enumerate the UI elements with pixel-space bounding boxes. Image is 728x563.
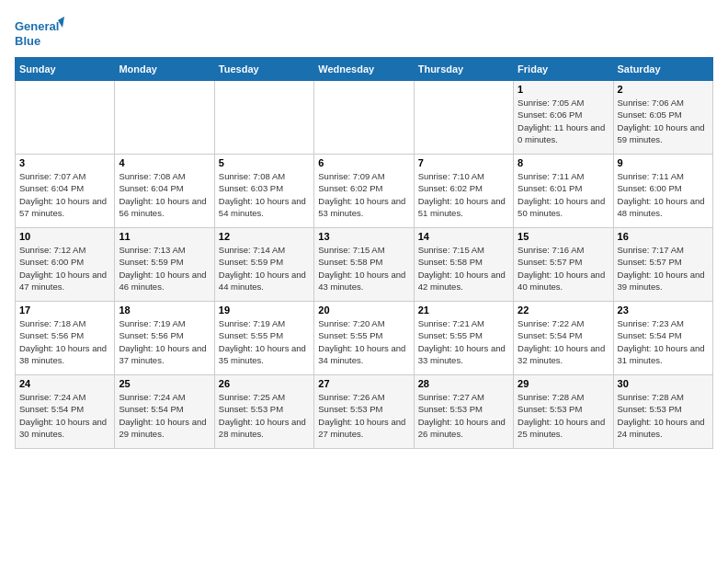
- day-info: Sunrise: 7:06 AMSunset: 6:05 PMDaylight:…: [618, 97, 709, 145]
- day-number: 18: [119, 304, 210, 316]
- day-number: 16: [618, 231, 709, 242]
- calendar-cell: 15Sunrise: 7:16 AMSunset: 5:57 PMDayligh…: [514, 228, 613, 302]
- calendar-cell: 16Sunrise: 7:17 AMSunset: 5:57 PMDayligh…: [613, 228, 712, 302]
- day-info: Sunrise: 7:08 AMSunset: 6:04 PMDaylight:…: [119, 170, 210, 219]
- calendar-week-row: 3Sunrise: 7:07 AMSunset: 6:04 PMDaylight…: [16, 155, 713, 228]
- day-number: 4: [119, 157, 210, 168]
- calendar-cell: 22Sunrise: 7:22 AMSunset: 5:54 PMDayligh…: [514, 302, 613, 375]
- day-info: Sunrise: 7:12 AMSunset: 6:00 PMDaylight:…: [19, 244, 110, 293]
- day-info: Sunrise: 7:24 AMSunset: 5:54 PMDaylight:…: [19, 391, 110, 440]
- calendar-cell: [16, 81, 115, 155]
- day-info: Sunrise: 7:15 AMSunset: 5:58 PMDaylight:…: [318, 244, 409, 293]
- calendar-cell: [314, 81, 414, 155]
- logo-svg: General Blue: [15, 15, 65, 50]
- weekday-header: Thursday: [414, 58, 513, 81]
- calendar-cell: 30Sunrise: 7:28 AMSunset: 5:53 PMDayligh…: [613, 375, 712, 449]
- day-number: 27: [318, 378, 409, 389]
- calendar-week-row: 17Sunrise: 7:18 AMSunset: 5:56 PMDayligh…: [16, 302, 713, 375]
- calendar-cell: 14Sunrise: 7:15 AMSunset: 5:58 PMDayligh…: [414, 228, 513, 302]
- day-info: Sunrise: 7:23 AMSunset: 5:54 PMDaylight:…: [618, 317, 709, 366]
- day-number: 28: [418, 378, 509, 389]
- weekday-header: Sunday: [16, 58, 115, 81]
- day-info: Sunrise: 7:20 AMSunset: 5:55 PMDaylight:…: [318, 317, 409, 366]
- day-info: Sunrise: 7:22 AMSunset: 5:54 PMDaylight:…: [518, 317, 609, 366]
- day-info: Sunrise: 7:28 AMSunset: 5:53 PMDaylight:…: [518, 391, 609, 440]
- page-header: General Blue: [15, 15, 713, 50]
- calendar-cell: 5Sunrise: 7:08 AMSunset: 6:03 PMDaylight…: [214, 155, 313, 228]
- calendar-cell: [115, 81, 214, 155]
- day-info: Sunrise: 7:08 AMSunset: 6:03 PMDaylight:…: [219, 170, 310, 219]
- calendar-week-row: 24Sunrise: 7:24 AMSunset: 5:54 PMDayligh…: [16, 375, 713, 449]
- calendar-cell: 11Sunrise: 7:13 AMSunset: 5:59 PMDayligh…: [115, 228, 214, 302]
- day-number: 14: [418, 231, 509, 242]
- logo: General Blue: [15, 15, 65, 50]
- day-info: Sunrise: 7:09 AMSunset: 6:02 PMDaylight:…: [318, 170, 409, 219]
- weekday-header: Friday: [514, 58, 613, 81]
- day-number: 20: [318, 304, 409, 316]
- day-number: 29: [518, 378, 609, 389]
- calendar-cell: 12Sunrise: 7:14 AMSunset: 5:59 PMDayligh…: [214, 228, 313, 302]
- calendar-week-row: 10Sunrise: 7:12 AMSunset: 6:00 PMDayligh…: [16, 228, 713, 302]
- day-info: Sunrise: 7:19 AMSunset: 5:55 PMDaylight:…: [219, 317, 310, 366]
- day-number: 24: [19, 378, 110, 389]
- day-info: Sunrise: 7:13 AMSunset: 5:59 PMDaylight:…: [119, 244, 210, 293]
- calendar-cell: 13Sunrise: 7:15 AMSunset: 5:58 PMDayligh…: [314, 228, 414, 302]
- day-number: 7: [418, 157, 509, 168]
- day-number: 23: [618, 304, 709, 316]
- day-info: Sunrise: 7:17 AMSunset: 5:57 PMDaylight:…: [618, 244, 709, 293]
- day-number: 22: [518, 304, 609, 316]
- day-number: 3: [19, 157, 110, 168]
- day-info: Sunrise: 7:25 AMSunset: 5:53 PMDaylight:…: [219, 391, 310, 440]
- calendar-cell: 29Sunrise: 7:28 AMSunset: 5:53 PMDayligh…: [514, 375, 613, 449]
- day-info: Sunrise: 7:21 AMSunset: 5:55 PMDaylight:…: [418, 317, 509, 366]
- day-number: 12: [219, 231, 310, 242]
- calendar-cell: 1Sunrise: 7:05 AMSunset: 6:06 PMDaylight…: [514, 81, 613, 155]
- calendar-cell: 20Sunrise: 7:20 AMSunset: 5:55 PMDayligh…: [314, 302, 414, 375]
- day-info: Sunrise: 7:26 AMSunset: 5:53 PMDaylight:…: [318, 391, 409, 440]
- day-number: 26: [219, 378, 310, 389]
- calendar-cell: 21Sunrise: 7:21 AMSunset: 5:55 PMDayligh…: [414, 302, 513, 375]
- calendar-cell: 17Sunrise: 7:18 AMSunset: 5:56 PMDayligh…: [16, 302, 115, 375]
- day-info: Sunrise: 7:28 AMSunset: 5:53 PMDaylight:…: [618, 391, 709, 440]
- calendar-table: SundayMondayTuesdayWednesdayThursdayFrid…: [15, 57, 713, 449]
- day-info: Sunrise: 7:27 AMSunset: 5:53 PMDaylight:…: [418, 391, 509, 440]
- svg-text:Blue: Blue: [15, 34, 40, 48]
- calendar-cell: 26Sunrise: 7:25 AMSunset: 5:53 PMDayligh…: [214, 375, 313, 449]
- calendar-cell: 7Sunrise: 7:10 AMSunset: 6:02 PMDaylight…: [414, 155, 513, 228]
- day-number: 9: [618, 157, 709, 168]
- calendar-week-row: 1Sunrise: 7:05 AMSunset: 6:06 PMDaylight…: [16, 81, 713, 155]
- calendar-cell: [414, 81, 513, 155]
- calendar-cell: 23Sunrise: 7:23 AMSunset: 5:54 PMDayligh…: [613, 302, 712, 375]
- calendar-cell: 6Sunrise: 7:09 AMSunset: 6:02 PMDaylight…: [314, 155, 414, 228]
- day-number: 25: [119, 378, 210, 389]
- calendar-cell: 9Sunrise: 7:11 AMSunset: 6:00 PMDaylight…: [613, 155, 712, 228]
- calendar-cell: 24Sunrise: 7:24 AMSunset: 5:54 PMDayligh…: [16, 375, 115, 449]
- day-number: 13: [318, 231, 409, 242]
- day-info: Sunrise: 7:18 AMSunset: 5:56 PMDaylight:…: [19, 317, 110, 366]
- svg-text:General: General: [15, 19, 59, 33]
- calendar-cell: 19Sunrise: 7:19 AMSunset: 5:55 PMDayligh…: [214, 302, 313, 375]
- day-number: 8: [518, 157, 609, 168]
- day-info: Sunrise: 7:05 AMSunset: 6:06 PMDaylight:…: [518, 97, 609, 145]
- day-number: 5: [219, 157, 310, 168]
- day-number: 17: [19, 304, 110, 316]
- day-number: 10: [19, 231, 110, 242]
- weekday-header: Wednesday: [314, 58, 414, 81]
- calendar-cell: 28Sunrise: 7:27 AMSunset: 5:53 PMDayligh…: [414, 375, 513, 449]
- day-info: Sunrise: 7:10 AMSunset: 6:02 PMDaylight:…: [418, 170, 509, 219]
- day-info: Sunrise: 7:16 AMSunset: 5:57 PMDaylight:…: [518, 244, 609, 293]
- calendar-cell: 3Sunrise: 7:07 AMSunset: 6:04 PMDaylight…: [16, 155, 115, 228]
- day-info: Sunrise: 7:07 AMSunset: 6:04 PMDaylight:…: [19, 170, 110, 219]
- day-info: Sunrise: 7:15 AMSunset: 5:58 PMDaylight:…: [418, 244, 509, 293]
- day-number: 15: [518, 231, 609, 242]
- weekday-header: Tuesday: [214, 58, 313, 81]
- calendar-cell: 27Sunrise: 7:26 AMSunset: 5:53 PMDayligh…: [314, 375, 414, 449]
- day-number: 21: [418, 304, 509, 316]
- calendar-cell: 2Sunrise: 7:06 AMSunset: 6:05 PMDaylight…: [613, 81, 712, 155]
- calendar-cell: 10Sunrise: 7:12 AMSunset: 6:00 PMDayligh…: [16, 228, 115, 302]
- day-info: Sunrise: 7:11 AMSunset: 6:01 PMDaylight:…: [518, 170, 609, 219]
- calendar-cell: 4Sunrise: 7:08 AMSunset: 6:04 PMDaylight…: [115, 155, 214, 228]
- day-info: Sunrise: 7:11 AMSunset: 6:00 PMDaylight:…: [618, 170, 709, 219]
- day-info: Sunrise: 7:14 AMSunset: 5:59 PMDaylight:…: [219, 244, 310, 293]
- day-number: 11: [119, 231, 210, 242]
